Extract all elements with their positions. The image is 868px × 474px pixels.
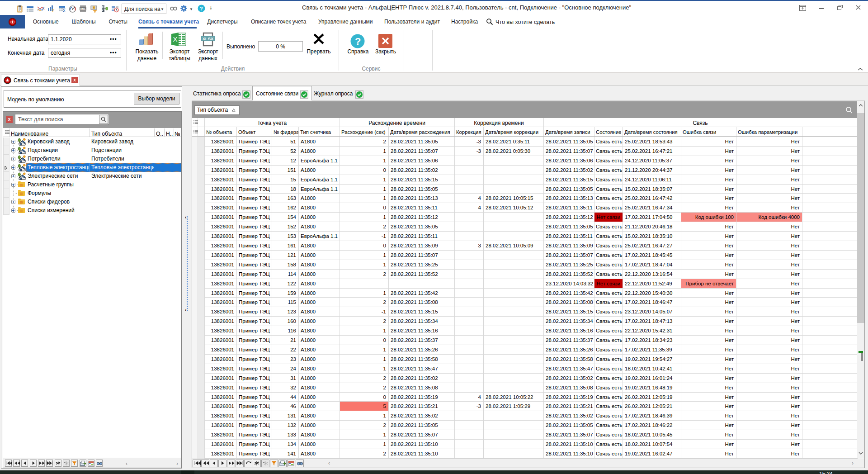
- svg-text:?: ?: [355, 36, 361, 47]
- svg-text:?: ?: [200, 6, 203, 11]
- svg-text:X: X: [173, 35, 178, 43]
- svg-text:Σ: Σ: [52, 9, 55, 13]
- svg-text:Σ: Σ: [63, 8, 66, 13]
- svg-text:XML: XML: [80, 8, 86, 10]
- svg-text:XLSX: XLSX: [203, 36, 214, 41]
